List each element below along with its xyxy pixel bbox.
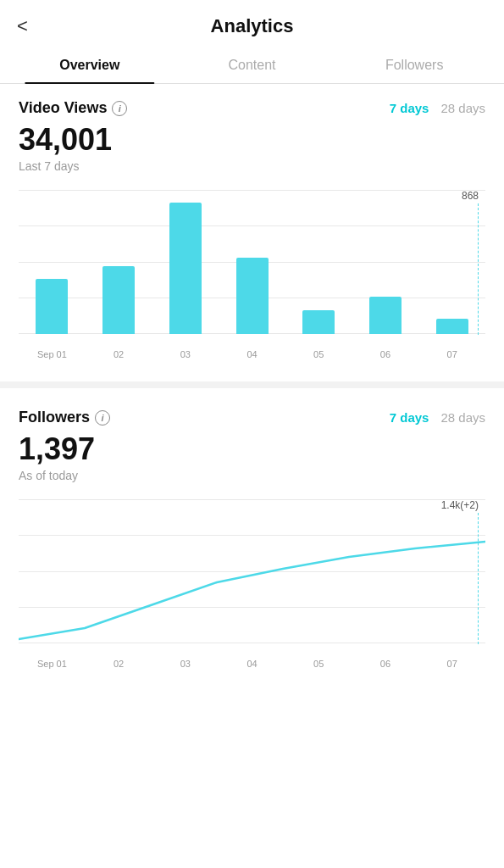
x-label-07: 07: [418, 349, 485, 359]
video-views-7day-button[interactable]: 7 days: [390, 101, 429, 115]
x-label-05: 05: [285, 349, 352, 359]
bar-chart-annotation: 868: [462, 190, 479, 335]
followers-title: Followers: [19, 409, 90, 426]
video-views-value: 34,001: [19, 122, 485, 158]
x-label-04: 04: [219, 349, 285, 359]
line-chart: 1.4k(+2) Sep 01 02 03 04 05 06 07: [19, 499, 485, 669]
annotation-value: 868: [462, 190, 479, 202]
bar-col-04: [219, 258, 285, 334]
x-axis-labels: Sep 01 02 03 04 05 06 07: [19, 349, 485, 359]
bar-05: [302, 310, 335, 334]
video-views-title-row: Video Views i: [19, 99, 127, 117]
line-annotation-label: 1.4k(+2): [441, 499, 479, 511]
x-label-sep01: Sep 01: [19, 349, 86, 359]
line-x-label-07: 07: [418, 659, 485, 669]
page-title: Analytics: [211, 15, 294, 37]
video-views-chart: 868 Sep 01 02 03 04 05 06 07: [0, 190, 504, 376]
line-chart-svg: [19, 499, 485, 643]
tab-overview[interactable]: Overview: [8, 47, 171, 83]
bar-06: [369, 297, 402, 334]
line-dashed-line: [478, 513, 479, 644]
back-button[interactable]: <: [17, 15, 28, 37]
bar-04: [236, 258, 269, 334]
followers-sublabel: As of today: [19, 469, 485, 482]
line-x-axis-labels: Sep 01 02 03 04 05 06 07: [19, 659, 485, 669]
video-views-sublabel: Last 7 days: [19, 159, 485, 173]
line-x-label-02: 02: [86, 659, 152, 669]
followers-header: Followers i 7 days 28 days: [19, 409, 485, 426]
bar-03: [169, 203, 202, 334]
x-label-06: 06: [352, 349, 419, 359]
line-x-label-03: 03: [152, 659, 219, 669]
video-views-section: Video Views i 7 days 28 days 34,001 Last…: [0, 84, 504, 190]
line-chart-annotation: 1.4k(+2): [441, 499, 479, 644]
video-views-28day-button[interactable]: 28 days: [440, 101, 485, 115]
bar-col-03: [152, 203, 219, 334]
bar-02: [102, 266, 135, 334]
grid-line: [19, 190, 485, 191]
line-x-label-06: 06: [352, 659, 419, 669]
tab-content[interactable]: Content: [171, 47, 334, 83]
bar-col-02: [86, 266, 152, 334]
followers-section: Followers i 7 days 28 days 1,397 As of t…: [0, 393, 504, 499]
line-x-label-sep01: Sep 01: [19, 659, 86, 669]
x-label-03: 03: [152, 349, 219, 359]
followers-chart: 1.4k(+2) Sep 01 02 03 04 05 06 07: [0, 499, 504, 686]
line-x-label-05: 05: [285, 659, 352, 669]
bar-col-05: [285, 310, 352, 334]
line-path: [19, 542, 485, 639]
header: < Analytics: [0, 0, 504, 47]
bar-sep01: [36, 279, 68, 334]
tab-bar: Overview Content Followers: [0, 47, 504, 84]
video-views-title: Video Views: [19, 99, 107, 117]
bar-col-06: [352, 297, 419, 334]
x-label-02: 02: [86, 349, 152, 359]
bars-row: [19, 203, 485, 334]
followers-7day-button[interactable]: 7 days: [390, 410, 429, 425]
followers-value: 1,397: [19, 431, 485, 467]
bar-col-sep01: [19, 279, 86, 334]
section-divider: [0, 381, 504, 388]
video-views-period-buttons: 7 days 28 days: [390, 101, 485, 115]
video-views-info-icon[interactable]: i: [112, 101, 127, 116]
followers-title-row: Followers i: [19, 409, 110, 426]
video-views-header: Video Views i 7 days 28 days: [19, 99, 485, 117]
line-x-label-04: 04: [219, 659, 285, 669]
followers-info-icon[interactable]: i: [95, 410, 110, 426]
tab-followers[interactable]: Followers: [333, 47, 496, 83]
followers-28day-button[interactable]: 28 days: [440, 410, 485, 425]
dashed-line: [478, 203, 479, 335]
bar-chart: 868 Sep 01 02 03 04 05 06 07: [19, 190, 485, 359]
followers-period-buttons: 7 days 28 days: [390, 410, 485, 425]
